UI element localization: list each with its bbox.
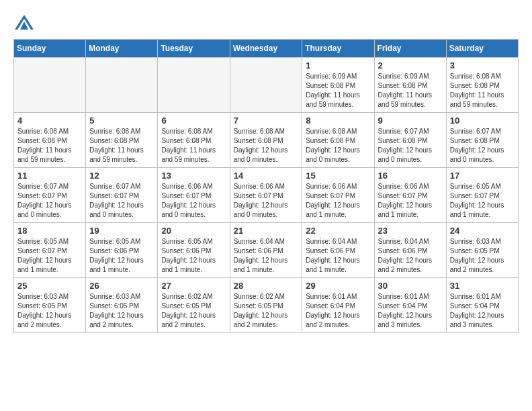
day-number: 8 [306,116,370,126]
day-header: Wednesday [230,40,302,58]
day-number: 2 [378,60,443,71]
calendar-cell: 12Sunrise: 6:07 AM Sunset: 6:07 PM Dayli… [86,168,158,223]
calendar-cell [230,58,302,113]
day-number: 30 [378,281,443,291]
day-number: 13 [161,171,226,181]
calendar-cell: 5Sunrise: 6:08 AM Sunset: 6:08 PM Daylig… [86,113,158,168]
day-number: 28 [234,281,299,291]
day-number: 10 [450,116,515,126]
calendar-cell: 28Sunrise: 6:02 AM Sunset: 6:05 PM Dayli… [230,278,302,333]
calendar-week-row: 18Sunrise: 6:05 AM Sunset: 6:07 PM Dayli… [14,223,519,278]
day-info: Sunrise: 6:07 AM Sunset: 6:07 PM Dayligh… [89,182,154,220]
day-info: Sunrise: 6:06 AM Sunset: 6:07 PM Dayligh… [234,182,299,220]
calendar-header-row: SundayMondayTuesdayWednesdayThursdayFrid… [14,40,519,58]
calendar-cell: 19Sunrise: 6:05 AM Sunset: 6:06 PM Dayli… [86,223,158,278]
day-number: 20 [161,226,226,236]
calendar-table: SundayMondayTuesdayWednesdayThursdayFrid… [13,39,519,333]
calendar-cell: 30Sunrise: 6:01 AM Sunset: 6:04 PM Dayli… [374,278,446,333]
day-number: 19 [89,226,154,236]
calendar-cell: 8Sunrise: 6:08 AM Sunset: 6:08 PM Daylig… [302,113,374,168]
calendar-cell: 24Sunrise: 6:03 AM Sunset: 6:05 PM Dayli… [446,223,518,278]
day-info: Sunrise: 6:05 AM Sunset: 6:07 PM Dayligh… [17,237,82,275]
day-info: Sunrise: 6:07 AM Sunset: 6:08 PM Dayligh… [450,127,515,165]
day-info: Sunrise: 6:06 AM Sunset: 6:07 PM Dayligh… [306,182,370,220]
calendar-cell: 7Sunrise: 6:08 AM Sunset: 6:08 PM Daylig… [230,113,302,168]
day-number: 17 [450,171,515,181]
calendar-cell: 11Sunrise: 6:07 AM Sunset: 6:07 PM Dayli… [14,168,86,223]
calendar-cell: 4Sunrise: 6:08 AM Sunset: 6:08 PM Daylig… [14,113,86,168]
day-number: 9 [378,116,443,126]
day-info: Sunrise: 6:03 AM Sunset: 6:05 PM Dayligh… [17,292,82,330]
day-header: Friday [374,40,446,58]
day-number: 25 [17,281,82,291]
day-header: Tuesday [158,40,230,58]
day-info: Sunrise: 6:04 AM Sunset: 6:06 PM Dayligh… [306,237,370,275]
day-info: Sunrise: 6:08 AM Sunset: 6:08 PM Dayligh… [17,127,82,165]
day-info: Sunrise: 6:01 AM Sunset: 6:04 PM Dayligh… [306,292,370,330]
calendar-cell: 25Sunrise: 6:03 AM Sunset: 6:05 PM Dayli… [14,278,86,333]
calendar-cell: 23Sunrise: 6:04 AM Sunset: 6:06 PM Dayli… [374,223,446,278]
day-number: 16 [378,171,443,181]
logo [13,13,38,32]
calendar-body: 1Sunrise: 6:09 AM Sunset: 6:08 PM Daylig… [14,58,519,333]
day-number: 6 [161,116,226,126]
calendar-cell: 18Sunrise: 6:05 AM Sunset: 6:07 PM Dayli… [14,223,86,278]
day-info: Sunrise: 6:02 AM Sunset: 6:05 PM Dayligh… [161,292,226,330]
calendar-cell: 10Sunrise: 6:07 AM Sunset: 6:08 PM Dayli… [446,113,518,168]
day-info: Sunrise: 6:02 AM Sunset: 6:05 PM Dayligh… [234,292,299,330]
calendar-cell: 2Sunrise: 6:09 AM Sunset: 6:08 PM Daylig… [374,58,446,113]
day-number: 18 [17,226,82,236]
day-info: Sunrise: 6:08 AM Sunset: 6:08 PM Dayligh… [450,72,515,109]
day-info: Sunrise: 6:07 AM Sunset: 6:07 PM Dayligh… [17,182,82,220]
day-info: Sunrise: 6:01 AM Sunset: 6:04 PM Dayligh… [378,292,443,330]
day-number: 27 [161,281,226,291]
day-info: Sunrise: 6:03 AM Sunset: 6:05 PM Dayligh… [89,292,154,330]
calendar-cell: 27Sunrise: 6:02 AM Sunset: 6:05 PM Dayli… [158,278,230,333]
day-info: Sunrise: 6:04 AM Sunset: 6:06 PM Dayligh… [234,237,299,275]
day-number: 24 [450,226,515,236]
calendar-cell: 22Sunrise: 6:04 AM Sunset: 6:06 PM Dayli… [302,223,374,278]
calendar-cell: 21Sunrise: 6:04 AM Sunset: 6:06 PM Dayli… [230,223,302,278]
day-info: Sunrise: 6:05 AM Sunset: 6:07 PM Dayligh… [450,182,515,220]
calendar-cell: 16Sunrise: 6:06 AM Sunset: 6:07 PM Dayli… [374,168,446,223]
calendar-cell: 20Sunrise: 6:05 AM Sunset: 6:06 PM Dayli… [158,223,230,278]
day-number: 26 [89,281,154,291]
day-header: Thursday [302,40,374,58]
day-number: 3 [450,60,515,71]
day-info: Sunrise: 6:06 AM Sunset: 6:07 PM Dayligh… [161,182,226,220]
day-number: 31 [450,281,515,291]
day-info: Sunrise: 6:03 AM Sunset: 6:05 PM Dayligh… [450,237,515,275]
calendar-cell: 13Sunrise: 6:06 AM Sunset: 6:07 PM Dayli… [158,168,230,223]
calendar-cell: 14Sunrise: 6:06 AM Sunset: 6:07 PM Dayli… [230,168,302,223]
day-number: 4 [17,116,82,126]
calendar-cell [86,58,158,113]
calendar-cell: 9Sunrise: 6:07 AM Sunset: 6:08 PM Daylig… [374,113,446,168]
calendar-cell: 31Sunrise: 6:01 AM Sunset: 6:04 PM Dayli… [446,278,518,333]
day-info: Sunrise: 6:09 AM Sunset: 6:08 PM Dayligh… [378,72,443,109]
day-number: 14 [234,171,299,181]
page-header [13,13,519,32]
day-number: 23 [378,226,443,236]
calendar-cell [14,58,86,113]
day-info: Sunrise: 6:07 AM Sunset: 6:08 PM Dayligh… [378,127,443,165]
day-info: Sunrise: 6:09 AM Sunset: 6:08 PM Dayligh… [306,72,370,109]
calendar-cell: 3Sunrise: 6:08 AM Sunset: 6:08 PM Daylig… [446,58,518,113]
day-info: Sunrise: 6:08 AM Sunset: 6:08 PM Dayligh… [306,127,370,165]
calendar-cell: 26Sunrise: 6:03 AM Sunset: 6:05 PM Dayli… [86,278,158,333]
calendar-week-row: 1Sunrise: 6:09 AM Sunset: 6:08 PM Daylig… [14,58,519,113]
calendar-cell: 17Sunrise: 6:05 AM Sunset: 6:07 PM Dayli… [446,168,518,223]
calendar-week-row: 25Sunrise: 6:03 AM Sunset: 6:05 PM Dayli… [14,278,519,333]
day-info: Sunrise: 6:05 AM Sunset: 6:06 PM Dayligh… [161,237,226,275]
day-number: 5 [89,116,154,126]
day-number: 21 [234,226,299,236]
day-info: Sunrise: 6:08 AM Sunset: 6:08 PM Dayligh… [89,127,154,165]
calendar-cell [158,58,230,113]
day-number: 12 [89,171,154,181]
day-number: 1 [306,60,370,71]
day-number: 11 [17,171,82,181]
day-header: Saturday [446,40,518,58]
calendar-week-row: 11Sunrise: 6:07 AM Sunset: 6:07 PM Dayli… [14,168,519,223]
calendar-cell: 29Sunrise: 6:01 AM Sunset: 6:04 PM Dayli… [302,278,374,333]
day-info: Sunrise: 6:08 AM Sunset: 6:08 PM Dayligh… [161,127,226,165]
day-number: 29 [306,281,370,291]
